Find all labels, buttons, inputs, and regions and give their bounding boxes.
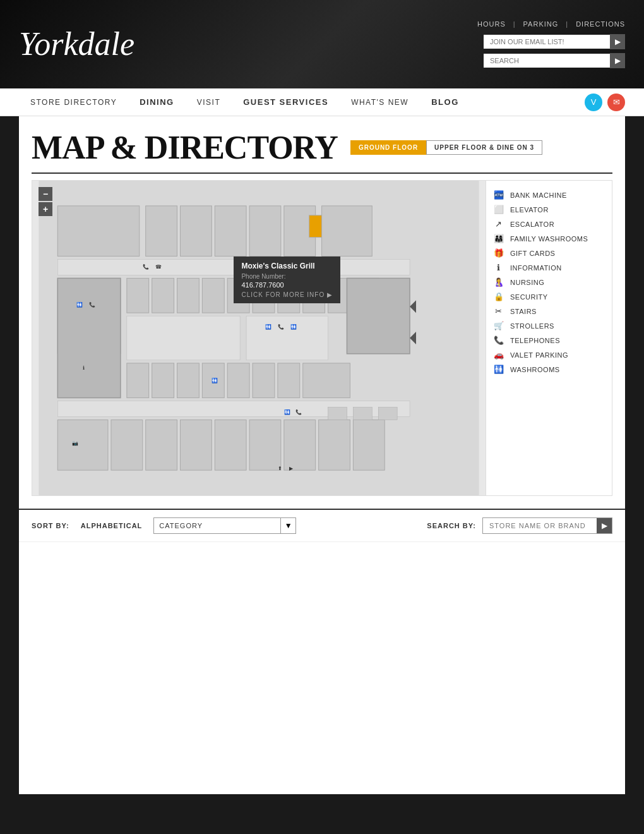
- zoom-in-button[interactable]: +: [39, 202, 52, 216]
- svg-text:☎: ☎: [155, 264, 162, 270]
- header-search-button[interactable]: ▶: [610, 53, 625, 68]
- stairs-icon: ✂: [492, 306, 505, 316]
- nav-visit[interactable]: VISIT: [186, 88, 232, 116]
- svg-rect-12: [152, 278, 174, 313]
- category-sort-input[interactable]: [154, 519, 280, 532]
- directions-link[interactable]: DIRECTIONS: [576, 20, 625, 28]
- legend-bank-machine: 🏧 BANK MACHINE: [492, 190, 605, 200]
- svg-text:🚻: 🚻: [212, 377, 218, 384]
- map-container: − +: [32, 180, 612, 496]
- svg-rect-42: [328, 408, 347, 420]
- category-sort-wrapper: ▼: [153, 517, 296, 534]
- legend-family-washrooms: 👨‍👩‍👧 FAMILY WASHROOMS: [492, 234, 605, 243]
- email-input[interactable]: [484, 35, 610, 49]
- legend-elevator: ⬜ ELEVATOR: [492, 205, 605, 214]
- store-search-button[interactable]: ▶: [597, 518, 612, 533]
- svg-rect-4: [215, 206, 246, 257]
- page-title-area: MAP & DIRECTORY GROUND FLOOR UPPER FLOOR…: [32, 129, 612, 166]
- legend-strollers-label: STROLLERS: [510, 322, 554, 330]
- nursing-icon: 🤱: [492, 277, 505, 287]
- social-email-button[interactable]: ✉: [607, 94, 625, 111]
- nav-guest-services[interactable]: GUEST SERVICES: [232, 88, 340, 116]
- svg-text:📞: 📞: [295, 409, 302, 415]
- family-washrooms-icon: 👨‍👩‍👧: [492, 234, 505, 243]
- sort-alpha-button[interactable]: ALPHABETICAL: [76, 519, 148, 532]
- nav-store-directory[interactable]: STORE DIRECTORY: [19, 88, 128, 116]
- store-search-wrapper: ▶: [482, 517, 612, 534]
- telephones-icon: 📞: [492, 335, 505, 345]
- svg-rect-33: [146, 420, 177, 470]
- svg-rect-13: [177, 278, 200, 313]
- svg-rect-29: [303, 363, 350, 398]
- header-search-input[interactable]: [484, 54, 610, 68]
- svg-rect-3: [181, 206, 212, 257]
- nav-dining[interactable]: DINING: [128, 88, 186, 116]
- svg-text:📞: 📞: [143, 263, 149, 270]
- legend-nursing: 🤱 NURSING: [492, 277, 605, 287]
- legend-strollers: 🛒 STROLLERS: [492, 321, 605, 330]
- svg-rect-27: [253, 363, 275, 398]
- tooltip-phone-label: Phone Number:: [241, 273, 333, 280]
- map-area[interactable]: − +: [32, 181, 486, 495]
- vimeo-button[interactable]: V: [585, 94, 602, 111]
- legend-valet-label: VALET PARKING: [510, 351, 568, 359]
- store-tooltip: Moxie's Classic Grill Phone Number: 416.…: [234, 257, 340, 303]
- strollers-icon: 🛒: [492, 321, 505, 330]
- svg-rect-2: [146, 206, 177, 257]
- svg-rect-32: [111, 420, 143, 470]
- title-divider: [32, 172, 612, 174]
- elevator-icon: ⬜: [492, 205, 505, 214]
- bank-machine-icon: 🏧: [492, 190, 505, 200]
- svg-rect-37: [284, 420, 316, 470]
- svg-rect-38: [319, 420, 350, 470]
- svg-rect-43: [353, 408, 372, 420]
- nav-social: V ✉: [585, 94, 625, 111]
- svg-text:📞: 📞: [278, 323, 284, 330]
- svg-text:⬆: ⬆: [278, 466, 282, 471]
- svg-rect-24: [177, 363, 200, 398]
- tooltip-title: Moxie's Classic Grill: [241, 262, 333, 270]
- svg-rect-28: [278, 363, 300, 398]
- category-sort-button[interactable]: ▼: [280, 518, 295, 533]
- search-row: ▶: [484, 53, 625, 68]
- legend-washrooms-label: WASHROOMS: [510, 366, 560, 373]
- svg-rect-41: [347, 278, 410, 354]
- svg-rect-14: [202, 278, 224, 313]
- legend-telephones: 📞 TELEPHONES: [492, 335, 605, 345]
- zoom-out-button[interactable]: −: [39, 187, 52, 201]
- ground-floor-button[interactable]: GROUND FLOOR: [350, 140, 426, 155]
- nav-whats-new[interactable]: WHAT'S NEW: [340, 88, 420, 116]
- floor-buttons: GROUND FLOOR UPPER FLOOR & DINE ON 3: [350, 140, 542, 155]
- floor-plan-svg: 📞 ☎ 📞 🚻 📞 🚻 📞 🚻 📞 🚻 🚻 🚻 📞 ℹ 📷: [32, 181, 486, 495]
- legend-stairs: ✂ STAIRS: [492, 306, 605, 316]
- nav-blog[interactable]: BLOG: [420, 88, 470, 116]
- svg-rect-11: [127, 278, 149, 313]
- svg-rect-34: [181, 420, 212, 470]
- svg-text:📷: 📷: [72, 440, 78, 446]
- hours-link[interactable]: HOURS: [477, 20, 506, 28]
- tooltip-phone: 416.787.7600: [241, 281, 333, 289]
- svg-rect-39: [353, 420, 385, 470]
- svg-rect-35: [215, 420, 246, 470]
- upper-floor-button[interactable]: UPPER FLOOR & DINE ON 3: [426, 140, 542, 155]
- legend-escalator-label: ESCALATOR: [510, 221, 554, 228]
- legend-info-label: INFORMATION: [510, 264, 562, 272]
- legend-nursing-label: NURSING: [510, 279, 544, 286]
- legend-information: ℹ INFORMATION: [492, 263, 605, 272]
- legend-stairs-label: STAIRS: [510, 308, 537, 315]
- main-content: MAP & DIRECTORY GROUND FLOOR UPPER FLOOR…: [19, 116, 625, 509]
- parking-link[interactable]: PARKING: [523, 20, 559, 28]
- legend-security-label: SECURITY: [510, 293, 548, 301]
- search-section: SEARCH BY: ▶: [427, 517, 612, 534]
- bottom-bar: SORT BY: ALPHABETICAL ▼ SEARCH BY: ▶: [19, 509, 625, 541]
- svg-text:🚻: 🚻: [76, 301, 83, 308]
- tooltip-link[interactable]: CLICK FOR MORE INFO ▶: [241, 291, 333, 298]
- store-search-input[interactable]: [483, 519, 597, 532]
- svg-text:📞: 📞: [89, 301, 95, 308]
- svg-text:🚻: 🚻: [284, 409, 290, 415]
- email-submit-button[interactable]: ▶: [610, 34, 625, 49]
- map-controls: − +: [39, 187, 52, 216]
- svg-text:🚻: 🚻: [290, 323, 297, 330]
- information-icon: ℹ: [492, 263, 505, 272]
- svg-rect-36: [249, 420, 281, 470]
